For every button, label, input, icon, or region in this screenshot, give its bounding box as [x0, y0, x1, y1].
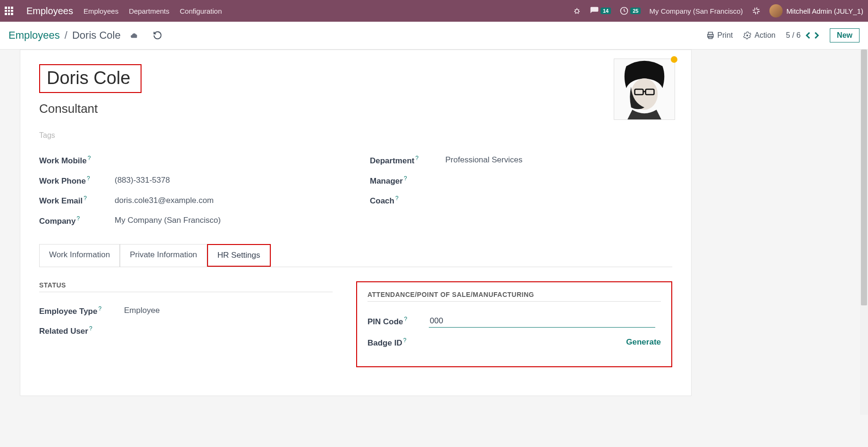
company-label: Company?	[39, 215, 115, 226]
company-selector[interactable]: My Company (San Francisco)	[649, 7, 743, 15]
generate-button[interactable]: Generate	[626, 337, 661, 347]
tab-hr-settings[interactable]: HR Settings	[207, 244, 271, 267]
help-icon[interactable]: ?	[403, 337, 407, 344]
action-button[interactable]: Action	[743, 31, 775, 40]
photo-placeholder	[614, 59, 675, 119]
help-icon[interactable]: ?	[415, 155, 418, 161]
help-icon[interactable]: ?	[98, 305, 101, 312]
department-label: Department?	[370, 155, 445, 166]
employee-name[interactable]: Doris Cole	[47, 68, 130, 88]
pin-code-input[interactable]	[429, 315, 655, 328]
new-button[interactable]: New	[830, 28, 860, 42]
breadcrumb: Employees / Doris Cole	[8, 29, 162, 42]
work-mobile-label: Work Mobile?	[39, 155, 115, 166]
print-button[interactable]: Print	[706, 31, 733, 40]
bug-icon[interactable]	[573, 7, 581, 15]
menu-configuration[interactable]: Configuration	[180, 7, 222, 15]
presence-status-dot	[671, 56, 677, 63]
company-value[interactable]: My Company (San Francisco)	[115, 216, 221, 225]
user-name: Mitchell Admin (JULY_1)	[786, 7, 863, 15]
work-email-label: Work Email?	[39, 195, 115, 206]
settings-icon[interactable]	[751, 6, 761, 16]
department-value[interactable]: Professional Services	[445, 155, 522, 165]
pin-code-label: PIN Code?	[367, 316, 429, 327]
control-bar: Employees / Doris Cole Print Action 5 / …	[0, 22, 868, 50]
activities-icon[interactable]: 25	[619, 6, 641, 16]
employee-name-highlight: Doris Cole	[39, 64, 142, 93]
avatar	[769, 4, 783, 17]
work-email-value[interactable]: doris.cole31@example.com	[115, 196, 214, 205]
svg-point-5	[747, 34, 749, 36]
form-sheet: Doris Cole Consultant Tags Work Mobile? …	[20, 50, 692, 396]
help-icon[interactable]: ?	[87, 175, 90, 182]
cloud-save-icon[interactable]	[129, 31, 140, 40]
employee-photo[interactable]	[614, 59, 675, 120]
employee-type-value[interactable]: Employee	[124, 306, 160, 315]
messages-icon[interactable]: 14	[590, 6, 611, 16]
employee-type-label: Employee Type?	[39, 305, 124, 316]
help-icon[interactable]: ?	[83, 195, 87, 202]
attendance-section-highlight: ATTENDANCE/POINT OF SALE/MANUFACTURING P…	[356, 281, 672, 368]
scrollbar[interactable]	[860, 50, 868, 415]
scrollbar-thumb[interactable]	[861, 50, 867, 305]
related-user-label: Related User?	[39, 325, 124, 336]
work-phone-label: Work Phone?	[39, 175, 115, 186]
help-icon[interactable]: ?	[88, 155, 91, 161]
attendance-section-title: ATTENDANCE/POINT OF SALE/MANUFACTURING	[367, 291, 661, 302]
messages-badge: 14	[601, 8, 611, 14]
badge-id-label: Badge ID?	[367, 337, 429, 348]
menu-employees[interactable]: Employees	[83, 7, 118, 15]
help-icon[interactable]: ?	[395, 195, 399, 202]
pager-text[interactable]: 5 / 6	[786, 31, 801, 40]
user-menu[interactable]: Mitchell Admin (JULY_1)	[769, 4, 863, 17]
breadcrumb-root[interactable]: Employees	[8, 29, 60, 42]
help-icon[interactable]: ?	[404, 175, 407, 182]
help-icon[interactable]: ?	[404, 316, 408, 322]
pager: 5 / 6	[786, 31, 819, 40]
tab-private-information[interactable]: Private Information	[120, 244, 207, 267]
breadcrumb-current: Doris Cole	[72, 29, 121, 42]
pager-next-icon[interactable]	[814, 32, 819, 39]
help-icon[interactable]: ?	[76, 215, 80, 222]
menu-departments[interactable]: Departments	[129, 7, 169, 15]
apps-icon[interactable]	[5, 7, 13, 15]
app-title[interactable]: Employees	[26, 6, 73, 17]
manager-label: Manager?	[370, 175, 445, 186]
coach-label: Coach?	[370, 195, 445, 206]
employee-job-title[interactable]: Consultant	[39, 101, 672, 116]
activities-badge: 25	[630, 8, 641, 14]
tags-placeholder[interactable]: Tags	[39, 131, 672, 140]
status-section-title: STATUS	[39, 281, 333, 292]
tab-work-information[interactable]: Work Information	[39, 244, 120, 267]
tabs: Work Information Private Information HR …	[39, 244, 672, 267]
breadcrumb-sep: /	[65, 29, 67, 42]
work-phone-value[interactable]: (883)-331-5378	[115, 176, 170, 185]
pager-prev-icon[interactable]	[805, 32, 811, 39]
discard-icon[interactable]	[153, 31, 162, 40]
navbar: Employees Employees Departments Configur…	[0, 0, 868, 22]
help-icon[interactable]: ?	[89, 325, 92, 332]
